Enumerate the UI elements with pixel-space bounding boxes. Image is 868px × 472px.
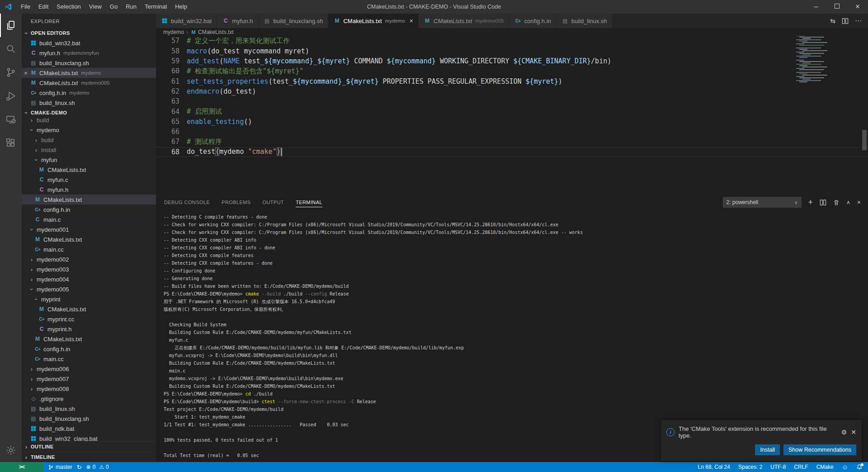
manage-button[interactable] <box>0 439 22 462</box>
tree-file-build_ndk.bat[interactable]: build_ndk.bat <box>22 424 156 434</box>
menu-edit[interactable]: Edit <box>34 0 52 14</box>
editor-line-68[interactable]: 68do_test(mydemo "cmake") <box>156 147 868 157</box>
tree-folder-myfun[interactable]: ›myfun <box>22 155 156 165</box>
open-editor-item[interactable]: C+config.h.inmydemo <box>22 88 156 98</box>
tree-file-.gitignore[interactable]: ◇.gitignore <box>22 394 156 404</box>
new-terminal-button[interactable]: + <box>808 198 813 206</box>
feedback-button[interactable]: ☺ <box>842 463 848 471</box>
tree-file-cmakelists.txt[interactable]: MCMakeLists.txt <box>22 334 156 344</box>
remote-indicator[interactable]: >< <box>0 462 43 472</box>
editor-line-64[interactable]: 64# 启用测试 <box>156 106 868 116</box>
maximize-button[interactable] <box>826 0 847 14</box>
menu-go[interactable]: Go <box>106 0 122 14</box>
tree-file-cmakelists.txt[interactable]: MCMakeLists.txt <box>22 165 156 175</box>
sidebar-item-source-control[interactable] <box>0 61 22 84</box>
menu-help[interactable]: Help <box>171 0 191 14</box>
problems-indicator[interactable]: ⊗ 0 ⚠ 0 <box>86 464 109 470</box>
tree-file-cmakelists.txt[interactable]: MCMakeLists.txt <box>22 304 156 314</box>
menu-selection[interactable]: Selection <box>52 0 85 14</box>
sidebar-item-remote-explorer[interactable] <box>0 108 22 131</box>
sidebar-item-extensions[interactable] <box>0 131 22 155</box>
tree-folder-mydemo004[interactable]: ›mydemo004 <box>22 274 156 284</box>
tree-folder-build[interactable]: ›build <box>22 135 156 145</box>
open-editor-item[interactable]: build_win32.bat <box>22 38 156 48</box>
editor-line-67[interactable]: 67# 测试程序 <box>156 137 868 147</box>
tree-file-cmakelists.txt[interactable]: MCMakeLists.txt <box>22 234 156 244</box>
tree-folder-myprint[interactable]: ›myprint <box>22 294 156 304</box>
tree-file-main.c[interactable]: Cmain.c <box>22 215 156 224</box>
tree-folder-mydemo003[interactable]: ›mydemo003 <box>22 264 156 274</box>
tree-file-config.h.in[interactable]: C+config.h.in <box>22 205 156 215</box>
tree-file-myfun.h[interactable]: Cmyfun.h <box>22 185 156 195</box>
open-editor-item[interactable]: ▤build_linuxclang.sh <box>22 58 156 68</box>
tree-file-build_linux.sh[interactable]: ▤build_linux.sh <box>22 404 156 414</box>
editor-line-57[interactable]: 57# 定义一个宏，用来简化测试工作 <box>156 36 868 46</box>
editor-line-65[interactable]: 65enable_testing() <box>156 117 868 127</box>
open-editor-item[interactable]: ×MCMakeLists.txtmydemo <box>22 68 156 78</box>
notification-close-icon[interactable]: ✕ <box>851 429 856 436</box>
tree-folder-mydemo005[interactable]: ›mydemo005 <box>22 284 156 294</box>
menu-view[interactable]: View <box>85 0 106 14</box>
open-editors-header[interactable]: › OPEN EDITORS <box>22 28 156 38</box>
minimap[interactable] <box>794 35 841 88</box>
close-panel-button[interactable]: × <box>857 199 861 205</box>
panel-tab-terminal[interactable]: TERMINAL <box>296 198 322 207</box>
open-editor-item[interactable]: Cmyfun.hmydemo\myfun <box>22 48 156 58</box>
notifications-bell-button[interactable] <box>856 464 863 470</box>
sidebar-item-explorer[interactable] <box>0 14 22 37</box>
tree-file-config.h.in[interactable]: C+config.h.in <box>22 344 156 354</box>
tree-folder-mydemo007[interactable]: ›mydemo007 <box>22 374 156 384</box>
tab-config.h.in[interactable]: C+config.h.in <box>509 14 557 28</box>
tab-build_linux.sh[interactable]: ▤build_linux.sh <box>557 14 613 28</box>
tree-file-myprint.h[interactable]: Cmyprint.h <box>22 324 156 334</box>
tree-folder-mydemo001[interactable]: ›mydemo001 <box>22 224 156 234</box>
encoding-indicator[interactable]: UTF-8 <box>770 464 786 470</box>
editor-line-66[interactable]: 66 <box>156 127 868 137</box>
editor-line-63[interactable]: 63 <box>156 96 868 106</box>
branch-indicator[interactable]: master <box>48 464 72 470</box>
panel-tab-debug-console[interactable]: DEBUG CONSOLE <box>164 198 210 207</box>
breadcrumb-file[interactable]: CMakeLists.txt <box>198 29 234 35</box>
maximize-panel-button[interactable]: ∧ <box>846 200 850 205</box>
panel-tab-output[interactable]: OUTPUT <box>263 198 284 207</box>
timeline-header[interactable]: › TIMELINE <box>22 452 156 462</box>
split-terminal-button[interactable] <box>820 199 826 206</box>
minimize-button[interactable]: ─ <box>806 0 826 14</box>
code-editor[interactable]: 5657# 定义一个宏，用来简化测试工作58macro(do_test myco… <box>156 26 868 195</box>
editor-line-60[interactable]: 60# 检查测试输出是否包含"${myret}" <box>156 66 868 76</box>
tree-file-myprint.cc[interactable]: C+myprint.cc <box>22 314 156 324</box>
show-recommendations-button[interactable]: Show Recommendations <box>783 444 856 455</box>
close-icon[interactable]: × <box>22 70 30 76</box>
open-editor-item[interactable]: ▤build_linux.sh <box>22 98 156 108</box>
more-actions-button[interactable]: ⋯ <box>855 17 862 25</box>
outline-header[interactable]: › OUTLINE <box>22 441 156 452</box>
eol-indicator[interactable]: CRLF <box>794 464 808 470</box>
close-icon[interactable]: × <box>410 17 413 24</box>
open-changes-button[interactable]: ⇆ <box>830 17 835 24</box>
tab-myfun.h[interactable]: Cmyfun.h <box>217 14 258 28</box>
sidebar-item-run-and-debug[interactable] <box>0 84 22 108</box>
install-button[interactable]: Install <box>755 444 780 455</box>
editor-line-58[interactable]: 58macro(do_test mycommand myret) <box>156 46 868 56</box>
tree-folder-install[interactable]: ›install <box>22 145 156 155</box>
tree-file-myfun.c[interactable]: Cmyfun.c <box>22 175 156 185</box>
kill-terminal-button[interactable] <box>833 199 840 206</box>
folder-section-header[interactable]: › CMAKE-DEMO <box>22 108 156 118</box>
close-button[interactable]: ✕ <box>847 0 868 14</box>
tree-folder-mydemo008[interactable]: ›mydemo008 <box>22 384 156 394</box>
tree-file-main.cc[interactable]: C+main.cc <box>22 244 156 254</box>
editor-line-59[interactable]: 59add_test(NAME test_${mycommand}_${myre… <box>156 56 868 66</box>
tab-cmakelists.txt[interactable]: MCMakeLists.txtmydemo× <box>328 14 419 28</box>
tree-file-build_linuxclang.sh[interactable]: ▤build_linuxclang.sh <box>22 414 156 424</box>
menu-run[interactable]: Run <box>122 0 141 14</box>
sync-button[interactable]: ↻ <box>77 464 82 471</box>
tree-folder-mydemo[interactable]: ›mydemo <box>22 125 156 135</box>
panel-tab-problems[interactable]: PROBLEMS <box>222 198 250 207</box>
cursor-position[interactable]: Ln 68, Col 24 <box>698 464 730 470</box>
menu-file[interactable]: File <box>17 0 34 14</box>
notification-gear-icon[interactable]: ⚙ <box>841 429 847 436</box>
tab-build_linuxclang.sh[interactable]: ▤build_linuxclang.sh <box>259 14 329 28</box>
tree-folder-mydemo006[interactable]: ›mydemo006 <box>22 364 156 374</box>
tree-file-main.cc[interactable]: C+main.cc <box>22 354 156 364</box>
sidebar-item-search[interactable] <box>0 37 22 61</box>
